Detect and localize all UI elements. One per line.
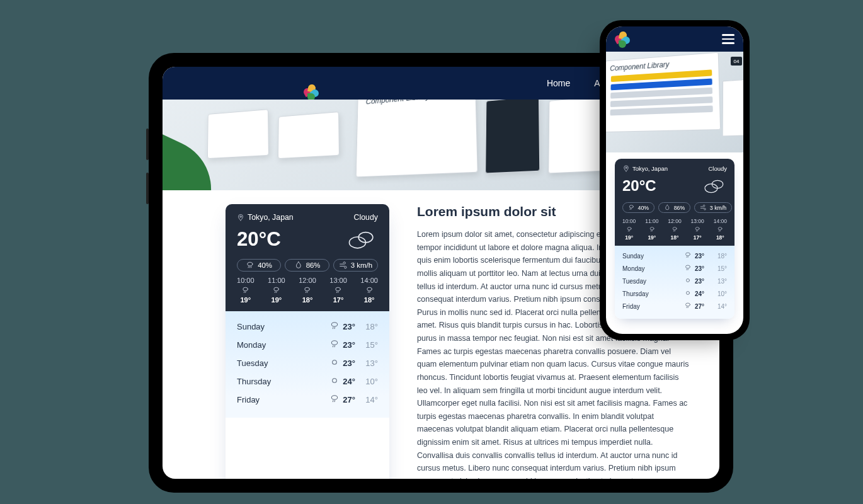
daily-row: Sunday23°18° [622,249,727,262]
hour-temp: 19° [240,296,251,304]
rain-icon [628,204,635,211]
weather-metrics: 40% 86% 3 km/h [237,259,378,272]
rain-cloud-icon [717,226,723,232]
svg-point-9 [332,322,338,326]
daily-low: 10° [362,377,378,386]
hour-slot: 14:00 18° [360,277,378,304]
svg-point-7 [336,287,341,291]
svg-point-23 [685,253,690,256]
precipitation-value: 40% [638,205,649,211]
humidity-icon [664,204,671,211]
daily-forecast: Sunday23°18° Monday23°15° Tuesday23°13° … [615,246,734,319]
svg-point-8 [367,287,372,291]
svg-point-20 [673,227,677,230]
rain-cloud-icon [672,226,678,232]
cloudy-icon [702,176,727,196]
hour-slot: 13:00 17° [329,277,347,304]
daily-row: Monday 23° 15° [237,336,378,354]
weather-condition: Cloudy [354,213,378,222]
precipitation-pill: 40% [237,259,281,272]
wind-value: 3 km/h [351,261,372,269]
svg-point-18 [627,227,631,230]
daily-row: Tuesday 23° 13° [237,354,378,372]
rain-cloud-icon [329,321,340,333]
humidity-pill: 86% [285,259,329,272]
hour-temp: 18° [364,296,375,304]
svg-point-17 [629,205,633,208]
hamburger-menu-icon[interactable] [722,34,734,44]
daily-low: 14° [362,395,378,404]
daily-high: 24° [343,377,355,386]
svg-point-0 [240,216,242,218]
hour-temp: 18° [302,296,313,304]
hour-slot: 10:0019° [622,218,636,241]
humidity-value: 86% [306,261,321,269]
sun-icon [683,277,692,285]
sun-icon [683,289,692,298]
daily-low: 13° [362,358,378,368]
rain-cloud-icon [626,226,632,232]
hero-panel-title: Component Library [366,100,430,106]
svg-point-19 [650,227,654,230]
wind-pill: 3 km/h [694,202,732,213]
brand-logo[interactable] [304,84,319,100]
hour-slot: 13:0017° [691,218,704,241]
svg-point-21 [695,227,699,230]
wind-icon [339,261,348,270]
daily-day: Friday [237,395,325,404]
hour-slot: 11:0019° [645,218,658,241]
phone-content: Tokyo, Japan Cloudy 20°C 40% [606,152,743,328]
daily-high: 23° [343,358,355,368]
rain-cloud-icon [694,226,700,232]
rain-cloud-icon [303,286,311,294]
hour-slot: 12:00 18° [299,277,316,304]
humidity-pill: 86% [658,202,690,213]
rain-cloud-icon [329,339,340,351]
brand-logo[interactable] [615,32,630,47]
phone-hero-banner: 04 Component Library [606,52,743,152]
map-pin-icon [237,213,244,222]
daily-row: Friday 27° 14° [237,391,378,409]
hourly-forecast: 10:00 19° 11:00 19° 12:00 18° [237,277,378,304]
map-pin-icon [622,165,630,172]
sun-icon [329,375,340,387]
hour-time: 13:00 [329,277,347,284]
hour-temp: 17° [333,296,344,304]
daily-day: Sunday [237,322,325,331]
svg-point-10 [332,340,338,345]
wind-value: 3 km/h [710,205,726,211]
rain-cloud-icon [329,394,340,406]
rain-cloud-icon [683,251,692,260]
nav-home[interactable]: Home [547,78,570,88]
hour-slot: 11:00 19° [268,277,285,304]
hero-badge: 04 [731,57,742,66]
svg-point-5 [274,287,279,291]
svg-point-24 [685,265,690,268]
svg-point-4 [243,287,248,291]
daily-high: 27° [343,395,355,404]
svg-point-27 [685,303,690,306]
svg-point-26 [686,292,689,295]
svg-point-11 [333,360,337,364]
daily-high: 23° [343,340,355,350]
precipitation-value: 40% [258,261,272,269]
svg-point-22 [718,227,722,230]
rain-cloud-icon [241,286,249,294]
hour-slot: 10:00 19° [237,277,254,304]
weather-location: Tokyo, Japan [248,213,294,222]
weather-widget: Tokyo, Japan Cloudy 20°C [226,204,389,479]
daily-low: 18° [362,322,378,331]
hour-time: 10:00 [237,277,254,284]
daily-row: Thursday24°10° [622,287,727,300]
rain-cloud-icon [649,226,655,232]
svg-point-14 [626,167,627,168]
daily-low: 15° [362,340,378,350]
rain-icon [246,261,254,270]
tablet-side-buttons [146,129,149,160]
wind-icon [700,204,707,211]
svg-point-6 [305,287,310,291]
svg-point-3 [248,262,253,266]
daily-row: Tuesday23°13° [622,275,727,287]
svg-point-13 [332,395,338,399]
svg-point-25 [686,279,689,282]
